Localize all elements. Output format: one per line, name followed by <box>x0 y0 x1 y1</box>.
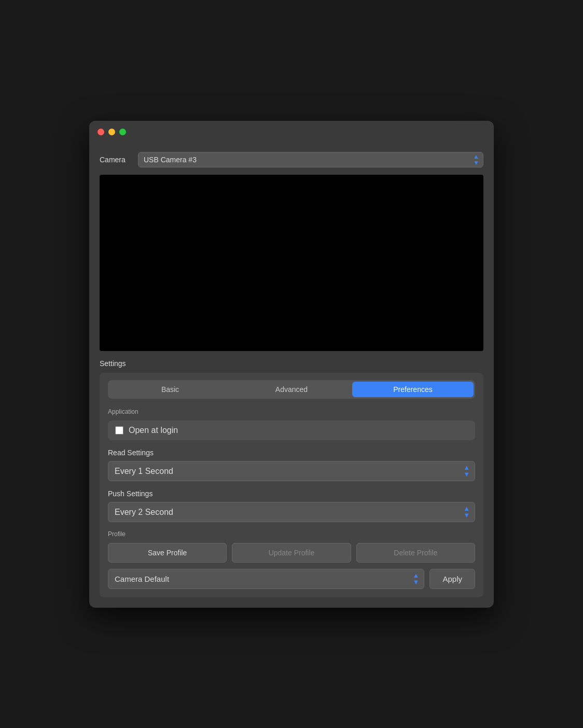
title-bar <box>89 121 494 144</box>
update-profile-button[interactable]: Update Profile <box>232 543 351 563</box>
camera-row: Camera USB Camera #3 USB Camera #1 USB C… <box>100 152 483 167</box>
maximize-button[interactable] <box>119 129 126 135</box>
tab-advanced[interactable]: Advanced <box>231 382 352 397</box>
profile-label: Profile <box>108 530 475 538</box>
minimize-button[interactable] <box>108 129 115 135</box>
application-section-label: Application <box>108 408 475 415</box>
window-content: Camera USB Camera #3 USB Camera #1 USB C… <box>89 144 494 608</box>
profile-select[interactable]: Camera Default Profile 1 Profile 2 <box>108 569 424 589</box>
push-settings-wrapper: Every 1 Second Every 2 Second Every 5 Se… <box>108 502 475 522</box>
read-settings-section: Read Settings Every 1 Second Every 2 Sec… <box>108 449 475 481</box>
settings-label: Settings <box>100 359 483 368</box>
read-settings-select[interactable]: Every 1 Second Every 2 Seconds Every 5 S… <box>108 461 475 481</box>
tab-basic[interactable]: Basic <box>109 382 231 397</box>
profile-dropdown-wrapper: Camera Default Profile 1 Profile 2 ▲ ▼ <box>108 569 424 589</box>
close-button[interactable] <box>98 129 104 135</box>
apply-button[interactable]: Apply <box>429 569 475 589</box>
camera-select[interactable]: USB Camera #3 USB Camera #1 USB Camera #… <box>138 152 483 167</box>
push-settings-select[interactable]: Every 1 Second Every 2 Second Every 5 Se… <box>108 502 475 522</box>
camera-preview <box>100 175 483 351</box>
open-at-login-checkbox[interactable] <box>115 426 123 435</box>
profile-buttons-row: Save Profile Update Profile Delete Profi… <box>108 543 475 563</box>
save-profile-button[interactable]: Save Profile <box>108 543 227 563</box>
read-settings-wrapper: Every 1 Second Every 2 Seconds Every 5 S… <box>108 461 475 481</box>
delete-profile-button[interactable]: Delete Profile <box>356 543 475 563</box>
read-settings-label: Read Settings <box>108 449 475 457</box>
open-at-login-label[interactable]: Open at login <box>129 426 178 435</box>
profile-apply-row: Camera Default Profile 1 Profile 2 ▲ ▼ A… <box>108 569 475 589</box>
push-settings-section: Push Settings Every 1 Second Every 2 Sec… <box>108 489 475 522</box>
open-at-login-row: Open at login <box>108 421 475 440</box>
settings-panel: Basic Advanced Preferences Application O… <box>100 373 483 597</box>
main-window: Camera USB Camera #3 USB Camera #1 USB C… <box>89 121 494 608</box>
profile-section: Profile Save Profile Update Profile Dele… <box>108 530 475 589</box>
tab-preferences[interactable]: Preferences <box>352 382 474 397</box>
push-settings-label: Push Settings <box>108 489 475 498</box>
camera-select-wrapper: USB Camera #3 USB Camera #1 USB Camera #… <box>138 152 483 167</box>
camera-label: Camera <box>100 156 131 164</box>
tabs-container: Basic Advanced Preferences <box>108 380 475 399</box>
